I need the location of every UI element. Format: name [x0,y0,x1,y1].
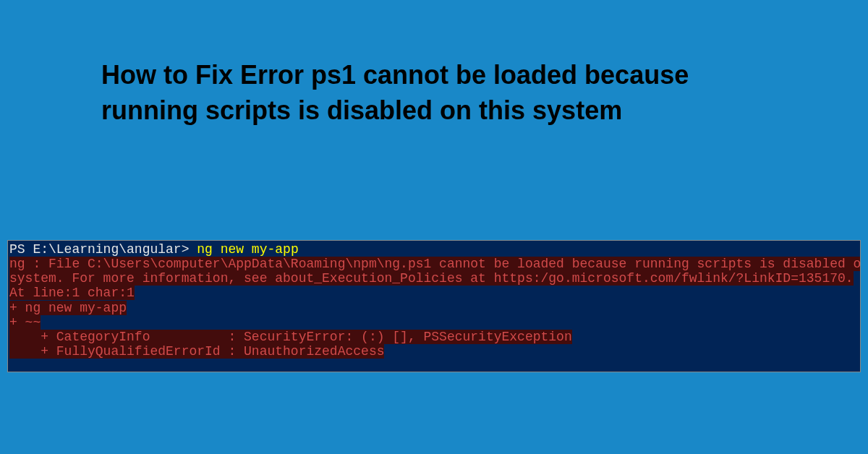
error-text-line: + ~~ [9,315,41,330]
prompt-path: PS E:\Learning\angular> [9,242,189,257]
error-text-line: + FullyQualifiedErrorId : UnauthorizedAc… [9,344,384,359]
error-text-line: At line:1 char:1 [9,286,135,300]
error-text-line: system. For more information, see about_… [9,271,854,286]
error-text-line: + CategoryInfo : SecurityError: (:) [], … [9,330,572,344]
prompt-command: ng new my-app [189,242,298,257]
error-text-line: + ng new my-app [9,301,127,315]
powershell-terminal[interactable]: PS E:\Learning\angular> ng new my-app ng… [7,240,861,372]
error-text-line: ng : File C:\Users\computer\AppData\Roam… [9,257,861,271]
page-title: How to Fix Error ps1 cannot be loaded be… [0,0,868,128]
